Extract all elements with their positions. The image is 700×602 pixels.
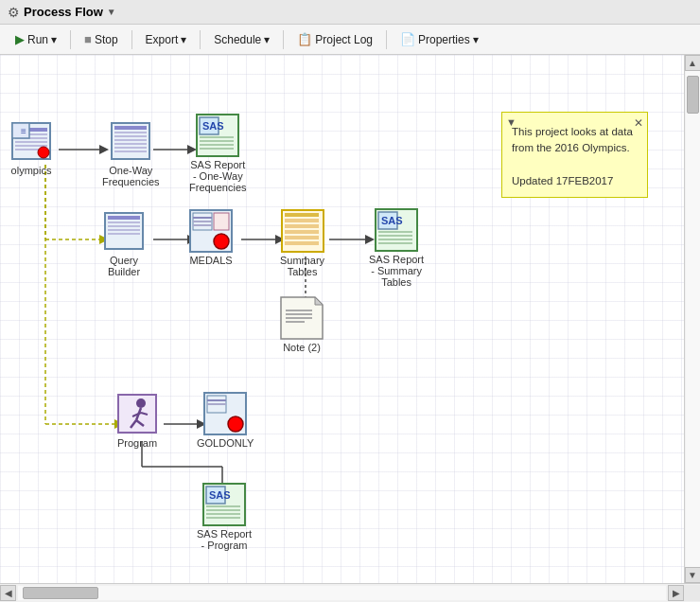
svg-rect-54: [285, 219, 319, 222]
one-way-freq-icon: [109, 119, 152, 163]
svg-rect-36: [200, 140, 234, 142]
svg-rect-28: [114, 139, 147, 141]
query-builder-label: QueryBuilder: [108, 255, 140, 277]
scroll-left-button[interactable]: ◀: [0, 585, 16, 601]
process-flow-canvas[interactable]: ≡ olympics One-WayFrequen: [0, 55, 684, 583]
title-icon: ⚙: [8, 5, 20, 20]
sep5: [386, 30, 387, 49]
scroll-thumb-horizontal[interactable]: [23, 587, 98, 599]
sep1: [70, 30, 71, 49]
svg-rect-35: [200, 136, 234, 138]
summary-tables-icon: [281, 209, 324, 253]
svg-rect-90: [206, 517, 240, 519]
sas-report-summary-icon: SAS: [375, 208, 418, 252]
export-label: Export: [146, 33, 179, 46]
svg-rect-18: [15, 141, 47, 143]
scroll-thumb-vertical[interactable]: [687, 76, 699, 114]
svg-rect-43: [108, 229, 140, 231]
sas-report-freq-icon: SAS: [196, 114, 239, 157]
node-goldonly[interactable]: GOLDONLY: [197, 392, 254, 449]
note-collapse-arrow[interactable]: ▼: [506, 115, 516, 131]
summary-tables-label: SummaryTables: [280, 255, 324, 277]
schedule-label: Schedule: [214, 33, 261, 46]
svg-rect-64: [378, 239, 412, 240]
schedule-dropdown[interactable]: ▾: [264, 33, 270, 46]
note-close-button[interactable]: ✕: [634, 115, 643, 132]
svg-rect-30: [114, 147, 147, 149]
node-sas-report-summary[interactable]: SAS SAS Report- SummaryTables: [369, 208, 424, 288]
node-one-way-freq[interactable]: One-WayFrequencies: [102, 119, 160, 187]
note2-label: Note (2): [283, 342, 321, 353]
note2-icon: [280, 296, 324, 340]
scroll-track-horizontal[interactable]: [18, 586, 666, 600]
sticky-note: ▼ ✕ This project looks at data from the …: [501, 112, 648, 198]
scroll-corner: [684, 585, 700, 601]
svg-rect-82: [207, 403, 226, 405]
vertical-scrollbar[interactable]: ▲ ▼: [684, 55, 700, 583]
horizontal-scrollbar[interactable]: ◀ ▶: [0, 583, 700, 602]
stop-label: Stop: [95, 33, 118, 46]
project-log-label: Project Log: [315, 33, 373, 46]
node-sas-report-freq[interactable]: SAS SAS Report- One-WayFrequencies: [189, 114, 247, 193]
olympics-label: olympics: [11, 165, 52, 176]
sas-report-freq-label: SAS Report- One-WayFrequencies: [189, 159, 247, 193]
svg-rect-42: [108, 225, 140, 227]
scroll-right-button[interactable]: ▶: [668, 585, 684, 601]
svg-rect-31: [114, 150, 147, 152]
node-program[interactable]: Program: [115, 392, 159, 449]
svg-rect-88: [206, 509, 240, 511]
main-area: ≡ olympics One-WayFrequen: [0, 55, 700, 583]
medals-icon: [189, 209, 233, 253]
svg-rect-68: [286, 310, 312, 311]
svg-rect-53: [285, 213, 319, 217]
scroll-track-vertical[interactable]: [686, 71, 700, 567]
stop-icon: ■: [84, 32, 92, 46]
node-note2[interactable]: Note (2): [280, 296, 324, 353]
node-medals[interactable]: MEDALS: [189, 209, 233, 266]
svg-text:SAS: SAS: [202, 120, 224, 132]
svg-rect-49: [193, 224, 212, 226]
title-dropdown-arrow[interactable]: ▼: [107, 7, 116, 17]
project-log-button[interactable]: 📋 Project Log: [289, 28, 380, 50]
schedule-button[interactable]: Schedule ▾: [206, 29, 277, 50]
one-way-freq-label: One-WayFrequencies: [102, 165, 160, 187]
run-dropdown[interactable]: ▾: [51, 33, 57, 46]
program-icon: [115, 392, 159, 435]
note-content: This project looks at data from the 2016…: [512, 124, 638, 189]
export-dropdown[interactable]: ▾: [181, 33, 186, 46]
svg-rect-44: [108, 233, 140, 235]
node-summary-tables[interactable]: SummaryTables: [280, 209, 324, 277]
node-sas-report-program[interactable]: SAS SAS Report- Program: [197, 483, 252, 551]
properties-dropdown[interactable]: ▾: [473, 33, 479, 46]
sep2: [131, 30, 132, 49]
svg-rect-62: [378, 231, 412, 233]
sep4: [283, 30, 284, 49]
svg-rect-87: [206, 505, 240, 507]
properties-label: Properties: [418, 33, 470, 46]
app-title: Process Flow: [24, 5, 103, 19]
node-olympics[interactable]: ≡ olympics: [9, 119, 53, 176]
sep3: [200, 30, 201, 49]
run-button[interactable]: ▶ Run ▾: [8, 28, 64, 50]
svg-rect-25: [114, 126, 147, 130]
svg-rect-70: [286, 317, 312, 319]
svg-point-51: [214, 234, 229, 249]
svg-point-73: [136, 398, 146, 408]
svg-rect-26: [114, 132, 147, 133]
svg-rect-55: [285, 224, 319, 228]
sas-report-program-icon: SAS: [202, 483, 246, 526]
svg-text:≡: ≡: [21, 126, 26, 136]
run-label: Run: [27, 33, 48, 46]
scroll-up-button[interactable]: ▲: [685, 55, 701, 71]
stop-button[interactable]: ■ Stop: [77, 28, 126, 50]
export-button[interactable]: Export ▾: [138, 29, 195, 50]
svg-point-83: [228, 416, 243, 432]
properties-button[interactable]: 📄 Properties ▾: [393, 28, 486, 50]
scroll-down-button[interactable]: ▼: [685, 567, 701, 583]
project-log-icon: 📋: [297, 32, 312, 46]
svg-point-23: [38, 147, 49, 158]
node-query-builder[interactable]: QueryBuilder: [102, 209, 146, 277]
svg-rect-29: [114, 143, 147, 145]
program-label: Program: [117, 437, 157, 449]
svg-rect-63: [378, 235, 412, 237]
